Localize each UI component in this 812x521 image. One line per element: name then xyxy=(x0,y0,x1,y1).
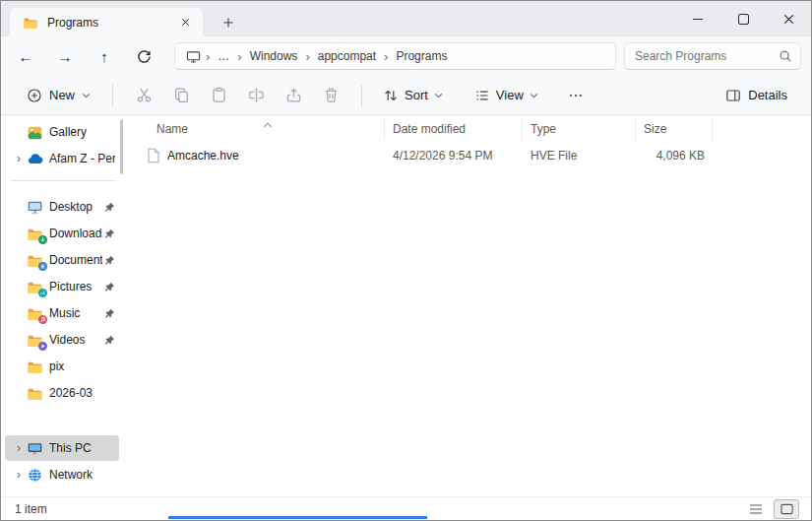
sidebar-item-label: Music xyxy=(49,306,102,320)
expand-chevron-icon[interactable]: › xyxy=(11,468,27,482)
desktop-icon xyxy=(27,199,45,216)
sort-ascending-icon xyxy=(263,114,273,132)
sidebar-item-label: Gallery xyxy=(49,125,115,139)
column-header-date-modified[interactable]: Date modified xyxy=(385,117,523,140)
address-bar[interactable]: › … › Windows › appcompat › Programs xyxy=(174,42,616,70)
pin-icon xyxy=(104,202,115,213)
file-name: Amcache.hve xyxy=(167,149,239,163)
breadcrumb-windows[interactable]: Windows xyxy=(243,46,305,66)
rename-button[interactable] xyxy=(237,79,275,112)
copy-icon xyxy=(173,87,190,103)
sort-button[interactable]: Sort xyxy=(374,82,452,109)
gallery-icon xyxy=(27,124,45,141)
folder-icon xyxy=(23,15,38,31)
network-icon xyxy=(27,467,45,484)
sidebar-item-label: Documents xyxy=(49,253,102,267)
paste-button[interactable] xyxy=(200,79,237,112)
up-icon: ↑ xyxy=(100,48,108,65)
column-header-name[interactable]: Name xyxy=(127,117,385,140)
sidebar-item-label: Pictures xyxy=(49,280,102,293)
window-controls xyxy=(675,1,811,36)
minimize-button[interactable] xyxy=(675,1,720,36)
search-box[interactable] xyxy=(624,42,801,70)
new-label: New xyxy=(49,88,75,102)
videos-icon xyxy=(27,332,45,349)
forward-button[interactable]: → xyxy=(48,39,82,73)
pin-icon xyxy=(104,335,115,346)
sidebar-item-videos[interactable]: Videos xyxy=(5,327,119,353)
breadcrumb-programs[interactable]: Programs xyxy=(389,46,454,66)
sidebar-item-gallery[interactable]: Gallery xyxy=(5,119,119,145)
share-button[interactable] xyxy=(275,79,312,112)
file-explorer-window: Programs ← → ↑ xyxy=(0,0,812,521)
sidebar-item-pix[interactable]: pix xyxy=(5,354,119,379)
large-icons-view-button[interactable] xyxy=(774,499,799,519)
file-name-cell: Amcache.hve xyxy=(127,148,385,163)
sidebar-item-music[interactable]: Music xyxy=(5,300,119,326)
sidebar-item-label: Network xyxy=(49,468,115,482)
breadcrumb-overflow-button[interactable]: … xyxy=(211,46,236,66)
back-button[interactable]: ← xyxy=(9,39,42,73)
refresh-icon xyxy=(137,49,152,64)
tab-programs[interactable]: Programs xyxy=(10,8,203,36)
ellipsis-icon xyxy=(568,88,584,103)
up-button[interactable]: ↑ xyxy=(88,39,121,73)
sidebar-item-label: Videos xyxy=(49,333,102,347)
sidebar-item-documents[interactable]: Documents xyxy=(5,247,119,273)
column-header-type[interactable]: Type xyxy=(523,117,636,140)
new-plus-icon xyxy=(27,88,42,103)
tab-title: Programs xyxy=(47,16,176,30)
sort-icon xyxy=(383,88,399,103)
sidebar-scrollbar[interactable] xyxy=(120,119,123,174)
sidebar-item-this-pc[interactable]: › This PC xyxy=(5,435,119,461)
breadcrumb-appcompat[interactable]: appcompat xyxy=(311,46,383,66)
view-button[interactable]: View xyxy=(466,82,547,109)
delete-button[interactable] xyxy=(312,79,349,112)
details-pane-button[interactable]: Details xyxy=(718,82,795,109)
expand-chevron-icon[interactable]: › xyxy=(11,441,27,455)
expand-chevron-icon[interactable]: › xyxy=(11,152,27,165)
navigation-pane: Gallery › Afam Z - Person De xyxy=(1,115,126,496)
pin-icon xyxy=(104,228,115,239)
copy-button[interactable] xyxy=(162,79,200,112)
sidebar-item-label: Desktop xyxy=(49,200,102,214)
details-pane-icon xyxy=(725,88,741,103)
search-input[interactable] xyxy=(633,48,779,64)
sidebar-item-desktop[interactable]: Desktop xyxy=(5,194,119,220)
sidebar-item-onedrive[interactable]: › Afam Z - Person xyxy=(5,146,119,171)
file-row-amcache[interactable]: Amcache.hve 4/12/2026 9:54 PM HVE File 4… xyxy=(127,143,713,168)
pin-icon xyxy=(104,308,115,319)
maximize-button[interactable] xyxy=(720,1,766,36)
sort-label: Sort xyxy=(405,88,428,102)
this-pc-icon[interactable] xyxy=(181,49,205,64)
tab-close-icon[interactable] xyxy=(176,13,195,32)
sidebar-item-downloads[interactable]: Downloads xyxy=(5,221,119,246)
new-tab-button[interactable] xyxy=(217,12,240,33)
folder-icon xyxy=(27,385,45,402)
navigation-bar: ← → ↑ › … › Windows › appcompat › Progra… xyxy=(1,36,811,76)
sidebar-item-network[interactable]: › Network xyxy=(5,462,119,488)
sidebar-item-pictures[interactable]: Pictures xyxy=(5,274,119,299)
more-options-button[interactable] xyxy=(559,79,593,112)
close-button[interactable] xyxy=(766,1,811,36)
documents-icon xyxy=(27,252,45,269)
delete-icon xyxy=(323,87,340,103)
breadcrumb-separator: › xyxy=(304,49,310,64)
breadcrumb-separator: › xyxy=(236,49,242,64)
pin-icon xyxy=(104,282,115,293)
sidebar-item-2026-03[interactable]: 2026-03 xyxy=(5,380,119,406)
view-toggle-group xyxy=(744,499,799,519)
file-size: 4,096 KB xyxy=(636,149,713,163)
folder-icon xyxy=(27,358,45,375)
chevron-down-icon xyxy=(82,93,91,98)
new-button[interactable]: New xyxy=(17,82,100,109)
details-view-button[interactable] xyxy=(744,500,768,518)
search-icon xyxy=(779,49,792,63)
cut-button[interactable] xyxy=(125,79,162,112)
refresh-button[interactable] xyxy=(127,39,160,73)
column-header-size[interactable]: Size xyxy=(636,117,713,140)
titlebar: Programs xyxy=(1,1,811,36)
pin-icon xyxy=(104,255,115,266)
music-icon xyxy=(27,305,45,322)
sidebar-item-label: 2026-03 xyxy=(49,386,115,400)
